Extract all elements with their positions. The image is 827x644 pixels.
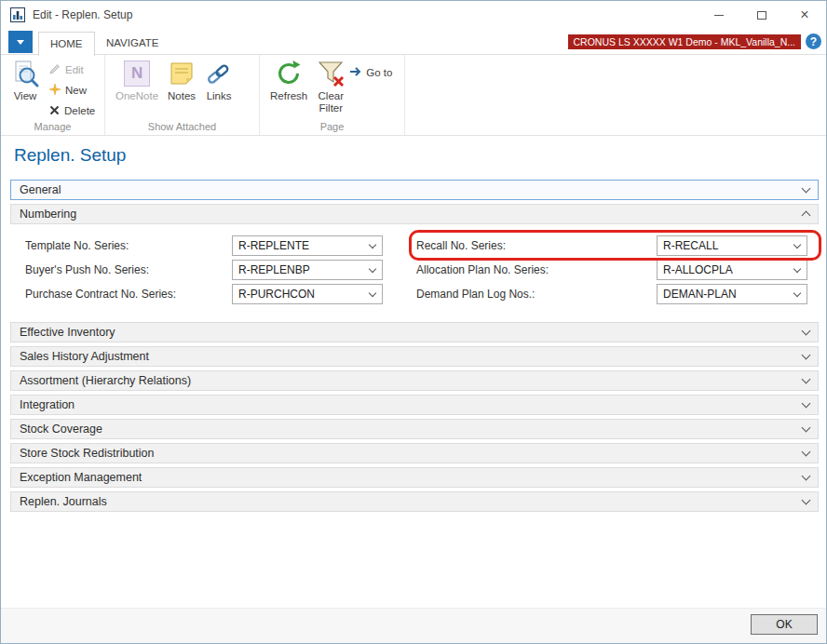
- combobox-value: DEMAN-PLAN: [663, 288, 794, 301]
- field-label-template-no-series: Template No. Series:: [25, 235, 129, 256]
- help-icon: ?: [810, 35, 817, 48]
- close-button[interactable]: ×: [783, 1, 826, 29]
- section-label: Effective Inventory: [20, 326, 115, 339]
- field-label-buyers-push-no-series: Buyer's Push No. Series:: [25, 260, 149, 280]
- window-title: Edit - Replen. Setup: [33, 8, 132, 21]
- section-general-label: General: [20, 183, 61, 196]
- combobox-value: R-REPLENBP: [238, 263, 370, 276]
- page-title: Replen. Setup: [14, 145, 126, 166]
- chevron-down-icon: [793, 265, 801, 273]
- view-button[interactable]: View: [7, 58, 44, 104]
- field-label-allocation-plan-no-series: Allocation Plan No. Series:: [416, 260, 549, 280]
- app-window: Edit - Replen. Setup × HOME NAVIGATE CRO…: [0, 0, 827, 644]
- delete-button[interactable]: Delete: [49, 103, 95, 118]
- combobox-value: R-REPLENTE: [238, 239, 370, 252]
- section-exception-management[interactable]: Exception Management: [10, 467, 819, 488]
- chevron-up-icon: [802, 211, 811, 221]
- ribbon-tab-row: HOME NAVIGATE CRONUS LS XXXXX W1 Demo - …: [1, 29, 826, 55]
- ribbon: View Edit New: [1, 55, 826, 136]
- goto-button-label: Go to: [366, 67, 392, 78]
- links-button[interactable]: Links: [200, 58, 237, 104]
- application-menu-button[interactable]: [8, 31, 33, 53]
- goto-button[interactable]: Go to: [349, 65, 392, 80]
- chevron-down-icon: [802, 448, 811, 457]
- combobox-value: R-PURCHCON: [238, 288, 370, 301]
- view-magnifier-icon: [11, 60, 39, 87]
- new-star-icon: [49, 84, 61, 97]
- minimize-icon: [714, 15, 724, 16]
- section-numbering[interactable]: Numbering: [10, 204, 819, 224]
- section-effective-inventory[interactable]: Effective Inventory: [10, 322, 819, 342]
- maximize-icon: [757, 11, 766, 20]
- combobox-demand-plan-log-nos[interactable]: DEMAN-PLAN: [657, 284, 807, 304]
- notes-button[interactable]: Notes: [163, 58, 200, 104]
- chevron-down-icon: [802, 351, 811, 360]
- group-label-show-attached: Show Attached: [105, 121, 259, 132]
- section-label: Store Stock Redistribution: [20, 447, 155, 460]
- section-replen-journals[interactable]: Replen. Journals: [10, 491, 819, 512]
- refresh-icon: [275, 60, 303, 87]
- field-label-demand-plan-log-nos: Demand Plan Log Nos.:: [416, 284, 535, 304]
- chevron-down-icon: [369, 241, 376, 248]
- chevron-down-icon: [369, 265, 376, 273]
- links-chain-icon: [205, 60, 233, 87]
- chevron-down-icon: [369, 289, 376, 297]
- delete-x-icon: [49, 105, 60, 117]
- footer-bar: [1, 608, 826, 643]
- window-controls: ×: [698, 1, 826, 29]
- new-button[interactable]: New: [49, 83, 95, 98]
- tab-home[interactable]: HOME: [38, 32, 95, 56]
- edit-pencil-icon: [49, 63, 61, 76]
- chevron-down-icon: [802, 423, 811, 433]
- clear-filter-label-line2: Filter: [319, 102, 344, 114]
- clear-filter-button[interactable]: Clear Filter: [312, 58, 349, 116]
- delete-button-label: Delete: [64, 105, 95, 116]
- combobox-recall-no-series[interactable]: R-RECALL: [657, 235, 807, 256]
- manage-small-buttons: Edit New Delete: [49, 58, 95, 118]
- app-chart-icon: [10, 7, 25, 22]
- section-numbering-label: Numbering: [20, 208, 76, 221]
- tab-navigate[interactable]: NAVIGATE: [95, 32, 169, 56]
- section-integration[interactable]: Integration: [10, 395, 819, 415]
- ribbon-group-manage: View Edit New: [1, 55, 105, 135]
- chevron-down-icon: [802, 472, 811, 481]
- section-label: Integration: [20, 398, 75, 411]
- section-general[interactable]: General: [10, 180, 819, 200]
- notes-sticky-icon: [168, 60, 196, 87]
- help-button[interactable]: ?: [806, 34, 821, 49]
- ok-button[interactable]: OK: [751, 614, 818, 635]
- chevron-down-icon: [802, 375, 811, 384]
- onenote-button: N OneNote: [111, 58, 163, 104]
- clear-filter-funnel-icon: [317, 60, 345, 87]
- edit-button-label: Edit: [65, 64, 84, 75]
- chevron-down-icon: [802, 399, 811, 409]
- field-label-recall-no-series: Recall No. Series:: [416, 235, 506, 256]
- chevron-down-icon: [802, 327, 811, 336]
- view-button-label: View: [14, 90, 37, 102]
- chevron-down-icon: [17, 40, 24, 45]
- section-label: Sales History Adjustment: [20, 350, 149, 363]
- combobox-template-no-series[interactable]: R-REPLENTE: [232, 235, 383, 256]
- section-label: Exception Management: [20, 471, 142, 484]
- section-label: Assortment (Hierarchy Relations): [20, 374, 191, 387]
- chevron-down-icon: [793, 241, 801, 248]
- section-store-stock-redistribution[interactable]: Store Stock Redistribution: [10, 443, 819, 463]
- titlebar: Edit - Replen. Setup ×: [1, 1, 826, 29]
- combobox-allocation-plan-no-series[interactable]: R-ALLOCPLA: [657, 260, 807, 280]
- refresh-button[interactable]: Refresh: [265, 58, 312, 104]
- field-label-purchase-contract-no-series: Purchase Contract No. Series:: [25, 284, 176, 304]
- ribbon-group-show-attached: N OneNote Notes: [105, 55, 260, 135]
- chevron-down-icon: [802, 184, 811, 194]
- maximize-button[interactable]: [740, 1, 783, 29]
- section-assortment-hierarchy-relations[interactable]: Assortment (Hierarchy Relations): [10, 370, 819, 391]
- section-stock-coverage[interactable]: Stock Coverage: [10, 419, 819, 439]
- group-label-page: Page: [260, 121, 404, 132]
- notes-button-label: Notes: [168, 90, 196, 102]
- links-button-label: Links: [207, 90, 232, 102]
- minimize-button[interactable]: [698, 1, 740, 29]
- section-sales-history-adjustment[interactable]: Sales History Adjustment: [10, 346, 819, 367]
- section-label: Replen. Journals: [20, 495, 107, 508]
- combobox-buyers-push-no-series[interactable]: R-REPLENBP: [232, 260, 383, 280]
- clear-filter-label-line1: Clear: [319, 90, 344, 102]
- combobox-purchase-contract-no-series[interactable]: R-PURCHCON: [232, 284, 383, 304]
